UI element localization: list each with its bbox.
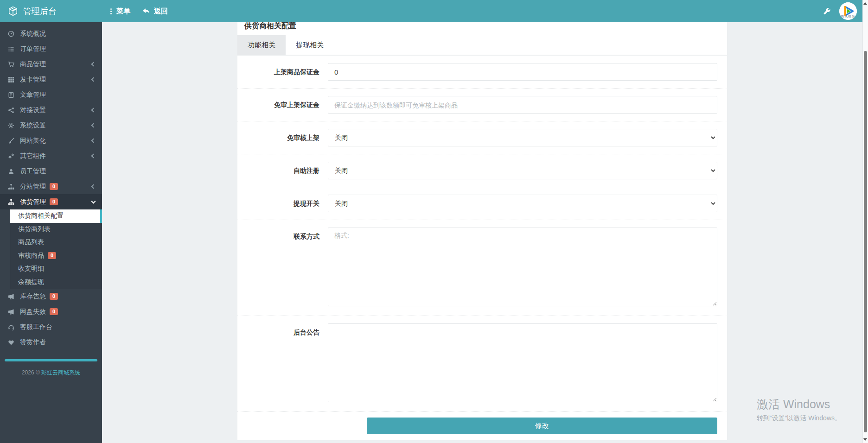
- form-row: 免审核上架关闭: [237, 121, 727, 154]
- sidebar-item-5[interactable]: 对接设置: [0, 102, 102, 118]
- main-content: 供货商相关配置 功能相关提现相关 上架商品保证金免审上架保证金免审核上架关闭自助…: [102, 0, 862, 443]
- sidebar-menu: 系统概况订单管理商品管理发卡管理文章管理对接设置系统设置网站美化其它组件员工管理…: [0, 26, 102, 350]
- form-row: 免审上架保证金: [237, 89, 727, 121]
- settings-card: 供货商相关配置 功能相关提现相关 上架商品保证金免审上架保证金免审核上架关闭自助…: [237, 14, 727, 440]
- top-header: 管理后台 菜单 返回: [0, 0, 868, 22]
- select-input[interactable]: 关闭: [328, 195, 717, 212]
- user-icon: [7, 168, 15, 175]
- sidebar-item-13[interactable]: 网盘失效0: [0, 304, 102, 319]
- select-input[interactable]: 关闭: [328, 162, 717, 179]
- text-input[interactable]: [328, 63, 717, 81]
- footer-link[interactable]: 彩虹云商城系统: [41, 369, 80, 376]
- avatar[interactable]: 腾讯视频: [839, 2, 857, 20]
- submenu-item-0[interactable]: 供货商相关配置: [10, 209, 102, 223]
- submit-button[interactable]: 修改: [367, 418, 717, 434]
- menu-button[interactable]: 菜单: [109, 7, 130, 16]
- field-control: 关闭: [328, 195, 717, 212]
- chevron-left-icon: [91, 62, 96, 67]
- sidebar-item-label: 赞赏作者: [20, 338, 46, 347]
- field-control: 关闭: [328, 162, 717, 179]
- sidebar-footer: 2026 © 彩虹云商城系统: [0, 369, 102, 377]
- sidebar-item-label: 员工管理: [20, 167, 46, 176]
- tools-button[interactable]: [823, 7, 831, 15]
- count-badge: 0: [50, 198, 58, 205]
- sidebar-item-label: 库存告急: [20, 292, 46, 301]
- sidebar-item-label: 分站管理: [20, 183, 46, 191]
- submenu-item-label: 余额提现: [18, 278, 44, 286]
- sidebar-item-4[interactable]: 文章管理: [0, 87, 102, 102]
- submenu-item-4[interactable]: 收支明细: [10, 262, 102, 276]
- activate-windows-watermark: 激活 Windows 转到“设置”以激活 Windows。: [757, 397, 841, 423]
- form-row: 提现开关关闭: [237, 187, 727, 220]
- text-input[interactable]: [328, 96, 717, 114]
- brand-title: 管理后台: [23, 6, 57, 17]
- textarea-input[interactable]: [328, 323, 717, 402]
- count-badge: 0: [50, 183, 58, 190]
- menu-button-label: 菜单: [116, 7, 130, 16]
- sidebar-item-label: 系统概况: [20, 30, 46, 38]
- submenu-item-label: 供货商相关配置: [18, 212, 64, 220]
- gear-icon: [7, 122, 15, 129]
- brush-icon: [7, 138, 15, 144]
- select-input[interactable]: 关闭: [328, 129, 717, 146]
- sidebar-item-label: 订单管理: [20, 45, 46, 53]
- field-control: [328, 323, 717, 404]
- sidebar-item-2[interactable]: 商品管理: [0, 57, 102, 72]
- watermark-line2: 转到“设置”以激活 Windows。: [757, 414, 841, 423]
- watermark-line1: 激活 Windows: [757, 397, 841, 412]
- form-row: 自助注册关闭: [237, 154, 727, 187]
- sidebar-item-10[interactable]: 分站管理0: [0, 179, 102, 194]
- sidebar-item-15[interactable]: 赞赏作者: [0, 335, 102, 350]
- textarea-input[interactable]: [328, 228, 717, 306]
- sidebar-item-label: 系统设置: [20, 121, 46, 130]
- submenu-item-1[interactable]: 供货商列表: [10, 223, 102, 236]
- chevron-left-icon: [91, 108, 96, 113]
- sidebar-item-1[interactable]: 订单管理: [0, 41, 102, 57]
- submit-row: 修改: [237, 412, 727, 440]
- count-badge: 0: [50, 308, 58, 315]
- return-arrow-icon: [142, 8, 150, 15]
- sitemap-icon: [7, 199, 15, 205]
- tab-0[interactable]: 功能相关: [237, 35, 286, 55]
- sidebar-item-14[interactable]: 客服工作台: [0, 319, 102, 335]
- submenu-item-5[interactable]: 余额提现: [10, 276, 102, 289]
- sidebar-item-11[interactable]: 供货管理0: [0, 194, 102, 209]
- sidebar-item-7[interactable]: 网站美化: [0, 133, 102, 148]
- sidebar-item-label: 供货管理: [20, 198, 46, 206]
- form-row: 联系方式: [237, 220, 727, 316]
- sidebar-item-12[interactable]: 库存告急0: [0, 289, 102, 304]
- chevron-left-icon: [91, 139, 96, 143]
- sidebar-item-label: 发卡管理: [20, 76, 46, 84]
- sidebar-item-label: 网站美化: [20, 137, 46, 145]
- wrench-icon: [823, 7, 831, 15]
- scrollbar-thumb[interactable]: [864, 51, 867, 432]
- submenu-item-label: 审核商品: [18, 252, 44, 260]
- settings-form: 上架商品保证金免审上架保证金免审核上架关闭自助注册关闭提现开关关闭联系方式后台公…: [237, 56, 727, 412]
- chevron-left-icon: [91, 154, 96, 158]
- field-label: 自助注册: [247, 162, 319, 179]
- book-icon: [7, 92, 15, 98]
- dashboard-icon: [7, 31, 15, 37]
- sidebar-item-0[interactable]: 系统概况: [0, 26, 102, 41]
- page-scrollbar[interactable]: [862, 0, 868, 443]
- scroll-up-arrow-icon[interactable]: [863, 2, 867, 5]
- sidebar-item-8[interactable]: 其它组件: [0, 148, 102, 164]
- gears-icon: [7, 153, 15, 159]
- tab-1[interactable]: 提现相关: [286, 35, 334, 55]
- sidebar-item-label: 文章管理: [20, 91, 46, 99]
- sidebar-item-9[interactable]: 员工管理: [0, 164, 102, 179]
- scroll-down-arrow-icon[interactable]: [863, 438, 867, 441]
- chevron-down-icon: [91, 199, 96, 203]
- sidebar-item-3[interactable]: 发卡管理: [0, 72, 102, 87]
- sidebar-item-6[interactable]: 系统设置: [0, 118, 102, 133]
- back-button[interactable]: 返回: [142, 7, 168, 16]
- submenu-item-3[interactable]: 审核商品0: [10, 249, 102, 263]
- tab-bar: 功能相关提现相关: [237, 35, 727, 56]
- field-label: 提现开关: [247, 195, 319, 212]
- sitemap-icon: [7, 184, 15, 190]
- back-button-label: 返回: [154, 7, 168, 16]
- submenu-item-2[interactable]: 商品列表: [10, 236, 102, 249]
- form-row: 后台公告: [237, 316, 727, 412]
- megaphone-icon: [7, 293, 15, 300]
- grid-icon: [7, 76, 15, 83]
